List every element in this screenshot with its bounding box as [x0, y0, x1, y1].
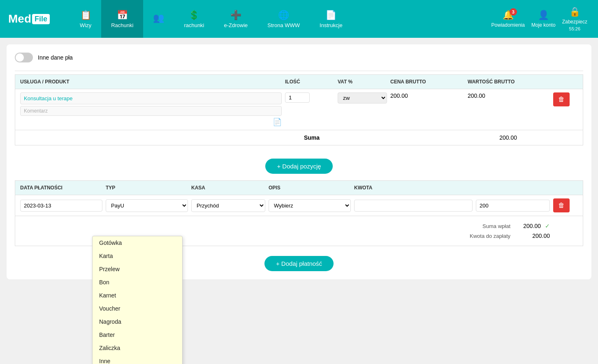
nav-item-e-zdrowie[interactable]: ➕ e-Zdrowie [214, 0, 258, 38]
nav-item-strona-www[interactable]: 🌐 Strona WWW [257, 0, 310, 38]
dropdown-item-barter[interactable]: Barter [93, 328, 182, 341]
payment-delete-cell: 🗑 [553, 198, 578, 212]
suma-wplat-value: 200.00 ✓ [517, 223, 550, 229]
comment-input[interactable]: Komentarz [20, 106, 282, 116]
col-wartosc-brutto: WARTOŚĆ BRUTTO [468, 79, 550, 85]
file-icon: 📄 [273, 117, 282, 127]
dropdown-item-zaliczka[interactable]: Zaliczka [93, 341, 182, 355]
nav-moje-konto[interactable]: 👤 Moje konto [531, 10, 556, 28]
col-vat: VAT % [338, 79, 387, 85]
ph-typ: TYP [106, 185, 188, 191]
delete-row-button[interactable]: 🗑 [553, 92, 570, 106]
suma-wplat-label: Suma wpłat [482, 223, 510, 229]
plus-circle-icon: ➕ [230, 10, 241, 21]
dropdown-item-gotowka[interactable]: Gotówka [93, 236, 182, 249]
nav-item-pacjenci[interactable]: 👥 [143, 0, 174, 38]
clipboard-icon: 📋 [80, 10, 91, 21]
nav-label-e-zdrowie: e-Zdrowie [224, 22, 248, 28]
main-content: Inne dane pła USŁUGA / PRODUKT ILOŚĆ VAT… [7, 44, 591, 279]
add-payment-button[interactable]: + Dodaj płatność [264, 256, 334, 271]
nav-label-zabezpiecz: Zabezpiecz [562, 19, 587, 25]
nav-label-powiadomienia: Powiadomienia [491, 22, 525, 28]
nav-right: 🔔 3 Powiadomienia 👤 Moje konto 🔒 Zabezpi… [491, 7, 594, 31]
check-icon: ✓ [545, 223, 550, 229]
logo-med: Med [8, 12, 31, 25]
nav-label-rachunki2: rachunki [184, 22, 204, 28]
nav-item-wizyty[interactable]: 📋 Wizy [70, 0, 101, 38]
col-actions [553, 79, 578, 85]
sum-label: Suma [304, 134, 320, 141]
delete-payment-button[interactable]: 🗑 [553, 198, 570, 212]
opis-cell [354, 200, 473, 212]
add-position-button[interactable]: + Dodaj pozycję [265, 159, 332, 174]
dollar-icon: 💲 [188, 10, 199, 21]
payment-type-dropdown: Gotówka Karta Przelew Bon Karnet Voucher… [92, 236, 183, 364]
people-icon: 👥 [153, 13, 164, 23]
nav-items: 📋 Wizy 📅 Rachunki 👥 💲 rachunki ➕ e-Zdrow… [70, 0, 491, 38]
col-ilosc: ILOŚĆ [285, 79, 334, 85]
table-header: USŁUGA / PRODUKT ILOŚĆ VAT % CENA BRUTTO… [15, 74, 583, 89]
kwota-do-zaplaty-label: Kwota do zapłaty [470, 233, 510, 239]
service-cell: Konsultacja u terape Komentarz 📄 [20, 92, 282, 127]
qty-input[interactable] [285, 92, 310, 103]
income-type-select[interactable]: Przychód Rozchód [191, 199, 265, 212]
col-usluga: USŁUGA / PRODUKT [20, 79, 282, 85]
user-icon: 👤 [538, 10, 549, 21]
ph-kwota: KWOTA [354, 185, 473, 191]
dropdown-item-karta[interactable]: Karta [93, 249, 182, 263]
nav-item-instrukcje[interactable]: 📄 Instrukcje [310, 0, 352, 38]
type-cell: PayU Gotówka Karta Przelew [106, 199, 188, 212]
logo-file: File [32, 14, 50, 24]
service-input[interactable]: Konsultacja u terape [20, 92, 282, 104]
dropdown-item-bon[interactable]: Bon [93, 276, 182, 289]
opis-input[interactable] [354, 200, 473, 212]
book-icon: 📄 [325, 10, 336, 21]
nav-label-time: 55:26 [569, 26, 581, 31]
dropdown-item-karnet[interactable]: Karnet [93, 289, 182, 302]
total-value: 200.00 [468, 92, 485, 99]
dropdown-item-voucher[interactable]: Voucher [93, 302, 182, 315]
nav-powiadomienia[interactable]: 🔔 3 Powiadomienia [491, 10, 525, 28]
divider-1 [15, 71, 583, 71]
nav-label-rachunki: Rachunki [111, 22, 133, 28]
vat-select[interactable]: zw 23% 8% [338, 92, 387, 104]
kasa-cell: Wybierz [269, 199, 351, 212]
logo[interactable]: Med File [4, 12, 70, 25]
dropdown-item-przelew[interactable]: Przelew [93, 263, 182, 276]
nav-label-moje-konto: Moje konto [531, 22, 556, 28]
kwota-do-zaplaty-value: 200.00 [517, 233, 550, 239]
toggle-row: Inne dane pła [15, 53, 583, 62]
nav-zabezpiecz[interactable]: 🔒 Zabezpiecz 55:26 [562, 7, 587, 31]
ph-data-platnosci: DATA PŁATNOŚCI [20, 185, 102, 191]
bell-icon: 🔔 3 [503, 10, 514, 21]
nav-item-rachunki2[interactable]: 💲 rachunki [174, 0, 214, 38]
ph-kasa: KASA [191, 185, 265, 191]
date-cell [20, 200, 102, 212]
amount-input[interactable] [476, 200, 550, 212]
inne-dane-toggle[interactable] [15, 53, 33, 62]
nav-label-strona-www: Strona WWW [267, 22, 300, 28]
dropdown-item-nagroda[interactable]: Nagroda [93, 315, 182, 328]
qty-cell [285, 92, 334, 103]
nav-item-rachunki[interactable]: 📅 Rachunki [101, 0, 143, 38]
total-cell: 200.00 [468, 92, 550, 99]
payment-type-select[interactable]: PayU Gotówka Karta Przelew [106, 199, 188, 212]
date-input[interactable] [20, 200, 102, 212]
amount-cell [476, 200, 550, 212]
lock-icon: 🔒 [569, 7, 580, 17]
ph-opis: OPIS [269, 185, 351, 191]
header: Med File 📋 Wizy 📅 Rachunki 👥 💲 rachunki … [0, 0, 598, 38]
delete-cell: 🗑 [553, 92, 578, 106]
globe-icon: 🌐 [278, 10, 289, 21]
kasa-select[interactable]: Wybierz [269, 199, 351, 212]
notification-badge: 3 [510, 8, 517, 16]
payment-row: PayU Gotówka Karta Przelew Przychód Rozc… [15, 195, 583, 216]
income-cell: Przychód Rozchód [191, 199, 265, 212]
dropdown-item-inne[interactable]: Inne [93, 355, 182, 364]
add-position-container: + Dodaj pozycję [15, 152, 583, 180]
nav-label-wizyty: Wizy [80, 22, 91, 28]
col-cena-brutto: CENA BRUTTO [390, 79, 464, 85]
suma-wplat-line: Suma wpłat 200.00 ✓ [23, 221, 575, 231]
sum-value: 200.00 [484, 134, 517, 141]
nav-label-instrukcje: Instrukcje [320, 22, 343, 28]
